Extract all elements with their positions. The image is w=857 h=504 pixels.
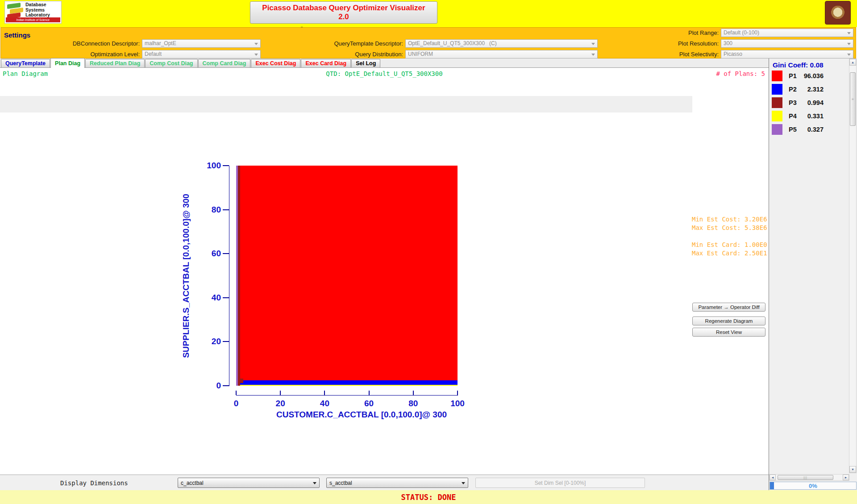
plan-percentage: 0.327 (799, 126, 824, 133)
status-text: STATUS: DONE (401, 493, 456, 502)
y-tick-label: 40 (192, 293, 221, 303)
plan-region-p1[interactable] (236, 166, 458, 386)
query-distribution-label: Query Distribution: (294, 51, 405, 58)
dimension-x-value: c_acctbal (181, 480, 204, 486)
x-tick-label: 80 (402, 399, 424, 408)
x-tick-mark (369, 391, 370, 395)
plot-resolution-select[interactable]: 300 (721, 39, 853, 48)
tab-bar: QueryTemplatePlan DiagReduced Plan DiagC… (0, 58, 769, 68)
plan-legend-panel: Gini Coeff: 0.08 P196.036P22.312P30.994P… (769, 58, 857, 490)
chevron-down-icon (254, 54, 258, 56)
tab-comp-card-diag[interactable]: Comp Card Diag (198, 59, 251, 67)
plan-name: P5 (789, 126, 797, 133)
plan-color-swatch-p2 (772, 84, 782, 95)
query-template-value: OptE_Default_U_QT5_300X300 (C) (408, 40, 497, 46)
legend-row-p3: P30.994 (769, 97, 840, 111)
scroll-down-icon[interactable]: ▼ (849, 466, 856, 473)
min-est-cost: Min Est Cost: 3.20E6 (692, 216, 767, 223)
logo-text: Database Systems Laboratory (25, 2, 50, 18)
chevron-down-icon (847, 32, 851, 34)
dimension-x-select[interactable]: c_acctbal (178, 478, 320, 488)
y-tick-mark (223, 165, 229, 166)
plan-region-p3[interactable] (238, 166, 240, 386)
plan-region-p4[interactable] (237, 385, 458, 386)
db-connection-select[interactable]: malhar_OptE (142, 39, 261, 48)
plot-resolution-label: Plot Resolution: (629, 40, 721, 47)
x-tick-mark (280, 391, 281, 395)
dimension-y-value: s_acctbal (329, 480, 352, 486)
plan-color-swatch-p1 (772, 71, 782, 81)
y-tick-mark (223, 341, 229, 342)
qtd-label: QTD: OptE_Default_U_QT5_300X300 (0, 70, 769, 77)
plan-region-p2[interactable] (237, 380, 458, 384)
plan-color-swatch-p4 (772, 111, 782, 121)
plot-selectivity-select[interactable]: Picasso (721, 50, 853, 58)
scroll-up-icon[interactable]: ▲ (849, 59, 856, 66)
legend-vertical-scrollbar[interactable]: ▲ ≡ ▼ (849, 58, 857, 473)
plan-name: P3 (789, 99, 797, 106)
x-tick-mark (324, 391, 325, 395)
horizontal-scrollbar-thumb[interactable]: ||| (778, 475, 833, 480)
scroll-left-icon[interactable]: ◄ (770, 475, 776, 480)
db-connection-label: DBConnection Descriptor: (30, 40, 142, 47)
regenerate-diagram-button[interactable]: Regenerate Diagram (692, 317, 765, 325)
legend-row-p5: P50.327 (769, 124, 840, 137)
plan-color-swatch-p3 (772, 97, 782, 108)
top-header: Database Systems Laboratory Indian Insti… (0, 0, 857, 27)
plot-range-select[interactable]: Default (0-100) (721, 29, 853, 37)
x-tick-label: 0 (225, 399, 247, 408)
scroll-right-icon[interactable]: ► (843, 475, 849, 480)
plan-diagram-area: Plan Diagram QTD: OptE_Default_U_QT5_300… (0, 68, 769, 475)
tab-reduced-plan-diag[interactable]: Reduced Plan Diag (85, 59, 145, 67)
status-bar: STATUS: DONE (0, 490, 857, 504)
plan-percentage: 0.994 (799, 99, 824, 106)
x-tick-mark (457, 391, 458, 395)
x-tick-mark (236, 391, 237, 395)
reset-view-button[interactable]: Reset View (692, 328, 765, 337)
dimension-y-select[interactable]: s_acctbal (326, 478, 468, 488)
legend-row-p1: P196.036 (769, 71, 840, 84)
tab-comp-cost-diag[interactable]: Comp Cost Diag (145, 59, 197, 67)
settings-panel: Settings DBConnection Descriptor: malhar… (0, 27, 856, 58)
display-dimensions-bar: Display Dimensions c_acctbal s_acctbal S… (0, 475, 769, 490)
plan-region-p3[interactable] (238, 379, 243, 383)
legend-row-p4: P40.331 (769, 111, 840, 124)
progress-bar: 0% (770, 482, 857, 490)
y-tick-mark (223, 385, 229, 386)
x-axis-line (236, 395, 458, 396)
chevron-down-icon (847, 54, 851, 56)
y-tick-mark (223, 209, 229, 210)
x-tick-mark (413, 391, 414, 395)
y-tick-label: 60 (192, 249, 221, 258)
plan-region-p5[interactable] (236, 166, 238, 386)
set-dim-sel-button[interactable]: Set Dim Sel [0-100%] (475, 478, 645, 488)
parameter-operator-diff-button[interactable]: Parameter → Operator Diff (692, 303, 765, 312)
y-tick-label: 0 (192, 381, 221, 391)
plan-percentage: 0.331 (799, 112, 824, 120)
tab-exec-card-diag[interactable]: Exec Card Diag (301, 59, 351, 67)
num-plans-label: # of Plans: 5 (716, 70, 765, 77)
optimization-level-value: Default (145, 51, 162, 57)
chevron-down-icon (254, 43, 258, 45)
legend-row-p2: P22.312 (769, 84, 840, 97)
chevron-down-icon (313, 482, 316, 484)
plan-diagram-plot[interactable] (236, 166, 458, 386)
max-est-card: Max Est Card: 2.50E1 (692, 250, 767, 257)
query-template-select[interactable]: OptE_Default_U_QT5_300X300 (C) (405, 39, 598, 48)
query-distribution-select[interactable]: UNIFORM (405, 50, 598, 58)
y-axis-label-text: SUPPLIER.S_ACCTBAL [0.0,100.0]@ 300 (181, 194, 191, 358)
tab-querytemplate[interactable]: QueryTemplate (1, 59, 50, 67)
y-tick-label: 100 (192, 161, 221, 171)
optimization-level-select[interactable]: Default (142, 50, 261, 58)
plan-color-swatch-p5 (772, 124, 782, 135)
vertical-scrollbar-thumb[interactable]: ≡ (850, 72, 856, 126)
legend-horizontal-scrollbar[interactable]: ◄ ||| ► (769, 474, 849, 481)
tab-plan-diag[interactable]: Plan Diag (50, 58, 85, 68)
chevron-down-icon (847, 43, 851, 45)
x-tick-label: 20 (269, 399, 291, 408)
tab-exec-cost-diag[interactable]: Exec Cost Diag (251, 59, 300, 67)
iisc-emblem (825, 1, 851, 25)
tab-sel-log[interactable]: Sel Log (351, 59, 380, 67)
settings-title: Settings (4, 31, 30, 39)
y-tick-mark (223, 253, 229, 254)
